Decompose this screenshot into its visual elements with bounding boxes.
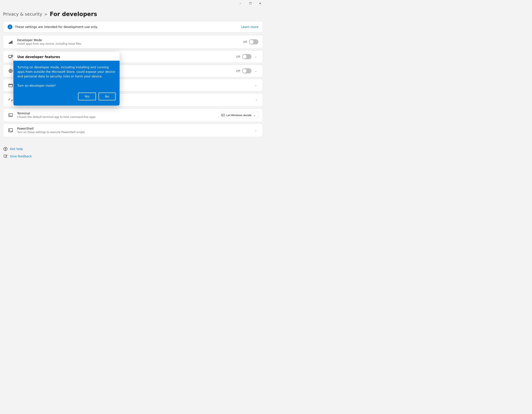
dialog-buttons: Yes No — [17, 93, 116, 100]
dialog-title: Use developer features — [17, 55, 60, 59]
developer-mode-dialog: Use developer features Turning on develo… — [13, 52, 120, 106]
dialog-no-button[interactable]: No — [99, 93, 116, 100]
dialog-yes-button[interactable]: Yes — [78, 93, 96, 100]
dialog-overlay: Use developer features Turning on develo… — [0, 0, 266, 207]
dialog-question: Turn on developer mode? — [17, 84, 116, 87]
dialog-body: Turning on developer mode, including ins… — [13, 61, 120, 106]
dialog-message: Turning on developer mode, including ins… — [17, 65, 116, 79]
dialog-title-bar: Use developer features — [13, 52, 120, 61]
